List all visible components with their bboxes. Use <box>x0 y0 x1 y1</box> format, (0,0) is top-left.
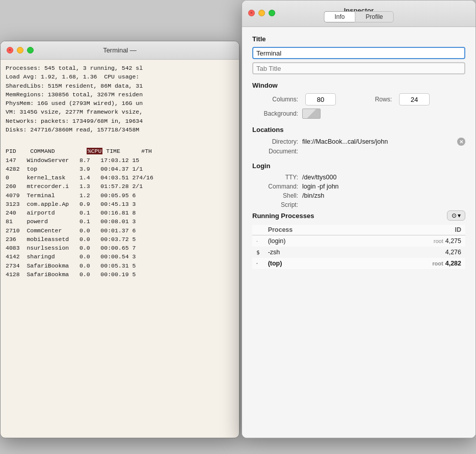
script-row: Script: <box>252 201 465 208</box>
cpu-highlight: %CPU <box>87 148 103 154</box>
terminal-line: 260 mtrecorder.i 1.3 01:57.28 2/1 <box>6 182 234 191</box>
process-id-col-header: ID <box>359 225 465 235</box>
process-name: -zsh <box>264 247 359 258</box>
terminal-line: VM: 3145G vsize, 2277M framework vsize, <box>6 108 234 116</box>
inspector-window: Inspector Info Profile Title Window Colu… <box>242 0 476 438</box>
table-row: · (login) root4,275 <box>252 235 465 247</box>
directory-label: Directory: <box>252 138 298 145</box>
tty-label: TTY: <box>252 174 298 181</box>
columns-col: Columns: <box>252 93 336 105</box>
processes-action-button[interactable]: ⊙ ▾ <box>447 210 465 221</box>
inspector-titlebar: Inspector Info Profile <box>242 1 475 27</box>
script-label: Script: <box>252 201 298 208</box>
terminal-line: SharedLibs: 515M resident, 86M data, 31 <box>6 82 234 90</box>
directory-value: file://MacBook...cal/Users/john <box>302 138 454 145</box>
terminal-line: Networks: packets: 173499/68M in, 19634 <box>6 117 234 125</box>
processes-dropdown-icon: ▾ <box>458 212 461 219</box>
locations-section-label: Locations <box>252 126 465 133</box>
terminal-content: Processes: 545 total, 3 running, 542 sl … <box>1 60 239 438</box>
terminal-process-header: PID COMMAND %CPU TIME #TH <box>6 147 234 155</box>
columns-label: Columns: <box>252 96 298 103</box>
inspector-tabs: Info Profile <box>324 11 393 22</box>
processes-header: Running Processes ⊙ ▾ <box>252 210 465 221</box>
processes-table-header: Process ID <box>252 225 465 235</box>
window-dimensions-row: Columns: Rows: <box>252 93 465 105</box>
rows-col: Rows: <box>346 93 430 105</box>
inspector-close-button[interactable] <box>248 10 255 16</box>
directory-clear-button[interactable]: ✕ <box>457 138 465 146</box>
terminal-line: 81 powerd 0.1 00:08.01 3 <box>6 217 234 226</box>
process-col-header <box>252 225 264 235</box>
columns-input[interactable] <box>305 93 336 105</box>
background-row: Background: <box>252 109 465 119</box>
terminal-line: 236 mobileassetd 0.0 00:03.72 5 <box>6 235 234 244</box>
table-row: $ -zsh 4,276 <box>252 247 465 258</box>
terminal-traffic-lights <box>7 47 34 54</box>
terminal-line: 147 WindowServer 8.7 17:03.12 15 <box>6 156 234 165</box>
background-label: Background: <box>252 110 298 117</box>
process-id: 4,276 <box>359 247 465 258</box>
terminal-line: 2734 SafariBookma 0.0 00:05.31 5 <box>6 261 234 270</box>
terminal-line: 4282 top 3.9 00:04.37 1/1 <box>6 165 234 173</box>
terminal-maximize-button[interactable] <box>27 47 34 54</box>
terminal-title: Terminal — <box>103 46 137 54</box>
background-color-swatch[interactable] <box>302 109 321 119</box>
command-label: Command: <box>252 183 298 190</box>
rows-label: Rows: <box>346 96 392 103</box>
tty-row: TTY: /dev/ttys000 <box>252 174 465 181</box>
tab-title-input[interactable] <box>252 62 465 74</box>
terminal-line: 0 kernel_task 1.4 04:03.51 274/16 <box>6 173 234 182</box>
process-id: root4,282 <box>359 258 465 269</box>
shell-value: /bin/zsh <box>302 192 324 199</box>
shell-row: Shell: /bin/zsh <box>252 192 465 199</box>
table-row: · (top) root4,282 <box>252 258 465 269</box>
inspector-maximize-button[interactable] <box>269 10 275 16</box>
terminal-line: Load Avg: 1.92, 1.68, 1.36 CPU usage: <box>6 72 234 81</box>
processes-table: Process ID · (login) root4,275 $ -zsh 4,… <box>252 225 465 269</box>
terminal-line: MemRegions: 130856 total, 3267M residen <box>6 90 234 99</box>
document-row: Document: <box>252 148 465 155</box>
process-name: (login) <box>264 235 359 247</box>
processes-section-label: Running Processes <box>252 212 314 220</box>
tab-profile[interactable]: Profile <box>355 11 394 22</box>
shell-label: Shell: <box>252 192 298 199</box>
inspector-body: Title Window Columns: Rows: Background: … <box>242 27 475 438</box>
terminal-window: Terminal — Processes: 545 total, 3 runni… <box>0 41 240 438</box>
directory-row: Directory: file://MacBook...cal/Users/jo… <box>252 138 465 146</box>
terminal-titlebar: Terminal — <box>1 41 239 60</box>
tty-value: /dev/ttys000 <box>302 174 336 181</box>
terminal-line: 3123 com.apple.Ap 0.9 00:45.13 3 <box>6 200 234 208</box>
terminal-minimize-button[interactable] <box>17 47 23 54</box>
terminal-line: Processes: 545 total, 3 running, 542 sl <box>6 64 234 72</box>
terminal-line: PhysMem: 16G used (2793M wired), 16G un <box>6 99 234 108</box>
terminal-line: Disks: 247716/3860M read, 157718/3458M <box>6 125 234 134</box>
tab-info[interactable]: Info <box>324 11 355 22</box>
terminal-line: 4142 sharingd 0.0 00:00.54 3 <box>6 252 234 261</box>
document-label: Document: <box>252 148 298 155</box>
terminal-line: 4079 Terminal 1.2 00:05.95 6 <box>6 191 234 200</box>
terminal-line: 2710 CommCenter 0.0 00:01.37 6 <box>6 226 234 235</box>
process-bullet: · <box>252 258 264 269</box>
rows-input[interactable] <box>399 93 430 105</box>
processes-action-icon: ⊙ <box>452 212 457 219</box>
terminal-line: 4128 SafariBookma 0.0 00:00.19 5 <box>6 270 234 279</box>
terminal-close-button[interactable] <box>7 47 13 54</box>
terminal-line: 240 airportd 0.1 00:16.81 8 <box>6 208 234 217</box>
process-name: (top) <box>264 258 359 269</box>
command-value: login -pf john <box>302 183 339 190</box>
process-id: root4,275 <box>359 235 465 247</box>
process-bullet: · <box>252 235 264 247</box>
process-bullet: $ <box>252 247 264 258</box>
process-name-col-header: Process <box>264 225 359 235</box>
title-section-label: Title <box>252 35 465 43</box>
terminal-line <box>6 138 234 147</box>
terminal-line: 4083 nsurlsession 0.0 00:00.65 7 <box>6 244 234 252</box>
login-section-label: Login <box>252 162 465 170</box>
title-input[interactable] <box>252 47 465 59</box>
command-row: Command: login -pf john <box>252 183 465 190</box>
window-section-label: Window <box>252 82 465 89</box>
inspector-traffic-lights <box>248 10 275 16</box>
inspector-minimize-button[interactable] <box>258 10 265 16</box>
